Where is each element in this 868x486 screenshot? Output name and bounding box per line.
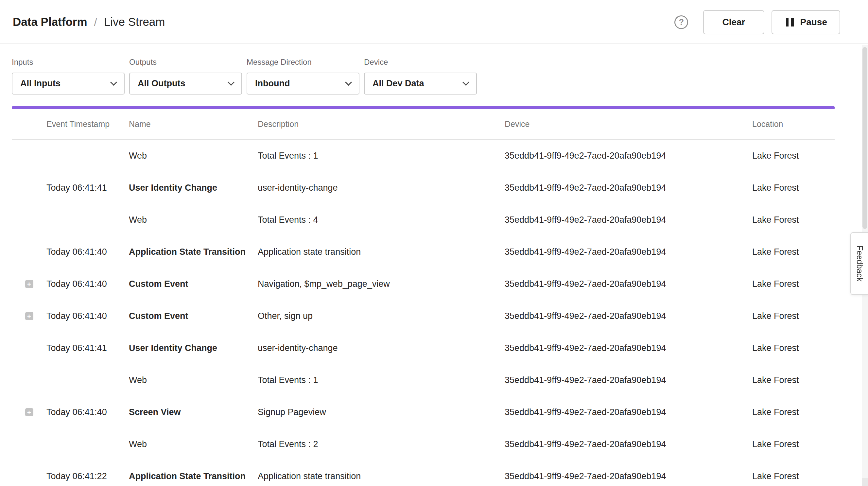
cell-name: Application State Transition bbox=[129, 247, 258, 257]
expand-cell: + bbox=[12, 376, 46, 384]
message-direction-dropdown[interactable]: Inbound bbox=[247, 72, 360, 94]
cell-description: user-identity-change bbox=[258, 183, 505, 193]
cell-device: 35eddb41-9ff9-49e2-7aed-20afa90eb194 bbox=[505, 407, 752, 417]
cell-name: Application State Transition bbox=[129, 471, 258, 481]
inputs-dropdown[interactable]: All Inputs bbox=[12, 72, 125, 94]
cell-location: Lake Forest bbox=[752, 407, 835, 417]
cell-location: Lake Forest bbox=[752, 279, 835, 289]
expand-cell: + bbox=[12, 184, 46, 192]
table-row: + Web Total Events : 1 35eddb41-9ff9-49e… bbox=[12, 364, 835, 396]
table-row: + Web Total Events : 1 35eddb41-9ff9-49e… bbox=[12, 140, 835, 172]
table-row: + Today 06:41:40 Custom Event Other, sig… bbox=[12, 300, 835, 332]
table-row: + Today 06:41:41 User Identity Change us… bbox=[12, 172, 835, 204]
cell-location: Lake Forest bbox=[752, 375, 835, 385]
filter-message-direction: Message Direction Inbound bbox=[247, 57, 360, 94]
pause-button-label: Pause bbox=[800, 17, 828, 28]
column-header-timestamp: Event Timestamp bbox=[46, 119, 129, 129]
cell-location: Lake Forest bbox=[752, 439, 835, 449]
column-header-name: Name bbox=[129, 119, 258, 129]
cell-timestamp: Today 06:41:41 bbox=[46, 183, 129, 193]
cell-description: Application state transition bbox=[258, 247, 505, 257]
topbar-actions: ? Clear Pause bbox=[674, 0, 840, 44]
cell-timestamp: Today 06:41:40 bbox=[46, 279, 129, 289]
cell-location: Lake Forest bbox=[752, 183, 835, 193]
cell-device: 35eddb41-9ff9-49e2-7aed-20afa90eb194 bbox=[505, 151, 752, 161]
cell-name: Web bbox=[129, 375, 258, 385]
table-row: + Today 06:41:41 User Identity Change us… bbox=[12, 332, 835, 364]
cell-name: Web bbox=[129, 215, 258, 225]
cell-name: User Identity Change bbox=[129, 183, 258, 193]
table-row: + Web Total Events : 4 35eddb41-9ff9-49e… bbox=[12, 204, 835, 236]
expand-cell: + bbox=[12, 248, 46, 256]
column-header-description: Description bbox=[258, 119, 505, 129]
clear-button[interactable]: Clear bbox=[703, 10, 764, 34]
table-body: + Web Total Events : 1 35eddb41-9ff9-49e… bbox=[12, 140, 835, 486]
pause-button[interactable]: Pause bbox=[772, 10, 840, 34]
cell-timestamp: Today 06:41:40 bbox=[46, 311, 129, 321]
cell-timestamp: Today 06:41:41 bbox=[46, 343, 129, 353]
cell-location: Lake Forest bbox=[752, 151, 835, 161]
cell-location: Lake Forest bbox=[752, 343, 835, 353]
help-icon[interactable]: ? bbox=[674, 16, 688, 29]
cell-name: Custom Event bbox=[129, 311, 258, 321]
cell-description: Total Events : 4 bbox=[258, 215, 505, 225]
table-row: + Today 06:41:40 Application State Trans… bbox=[12, 236, 835, 268]
message-direction-dropdown-value: Inbound bbox=[255, 79, 290, 89]
expand-cell: + bbox=[12, 280, 46, 288]
chevron-down-icon bbox=[228, 79, 235, 86]
cell-description: Total Events : 1 bbox=[258, 375, 505, 385]
feedback-tab[interactable]: Feedback bbox=[850, 232, 868, 295]
cell-timestamp: Today 06:41:40 bbox=[46, 407, 129, 417]
cell-timestamp: Today 06:41:40 bbox=[46, 247, 129, 257]
expand-button[interactable]: + bbox=[25, 312, 33, 320]
filter-inputs-label: Inputs bbox=[12, 57, 125, 67]
scrollbar-thumb[interactable] bbox=[862, 47, 867, 229]
cell-name: Screen View bbox=[129, 407, 258, 417]
cell-location: Lake Forest bbox=[752, 215, 835, 225]
expand-cell: + bbox=[12, 408, 46, 416]
cell-device: 35eddb41-9ff9-49e2-7aed-20afa90eb194 bbox=[505, 343, 752, 353]
expand-cell: + bbox=[12, 472, 46, 481]
cell-name: User Identity Change bbox=[129, 343, 258, 353]
cell-description: user-identity-change bbox=[258, 343, 505, 353]
expand-cell: + bbox=[12, 216, 46, 224]
device-dropdown[interactable]: All Dev Data bbox=[364, 72, 477, 94]
chevron-down-icon bbox=[345, 79, 352, 86]
filter-message-direction-label: Message Direction bbox=[247, 57, 360, 67]
cell-name: Web bbox=[129, 151, 258, 161]
filter-inputs: Inputs All Inputs bbox=[12, 57, 125, 94]
column-header-location: Location bbox=[752, 119, 835, 129]
cell-description: Navigation, $mp_web_page_view bbox=[258, 279, 505, 289]
expand-cell: + bbox=[12, 440, 46, 448]
cell-name: Web bbox=[129, 439, 258, 449]
filter-device: Device All Dev Data bbox=[364, 57, 477, 94]
cell-timestamp: Today 06:41:22 bbox=[46, 471, 129, 481]
table-row: + Today 06:41:22 Application State Trans… bbox=[12, 460, 835, 486]
cell-device: 35eddb41-9ff9-49e2-7aed-20afa90eb194 bbox=[505, 215, 752, 225]
cell-device: 35eddb41-9ff9-49e2-7aed-20afa90eb194 bbox=[505, 439, 752, 449]
feedback-tab-label: Feedback bbox=[855, 246, 864, 282]
pause-icon bbox=[784, 18, 795, 27]
cell-name: Custom Event bbox=[129, 279, 258, 289]
inputs-dropdown-value: All Inputs bbox=[20, 79, 61, 89]
table-header-row: Event Timestamp Name Description Device … bbox=[12, 109, 835, 140]
cell-device: 35eddb41-9ff9-49e2-7aed-20afa90eb194 bbox=[505, 247, 752, 257]
breadcrumb-current: Live Stream bbox=[104, 16, 165, 28]
chevron-down-icon bbox=[462, 79, 469, 86]
breadcrumb-root[interactable]: Data Platform bbox=[13, 16, 87, 28]
breadcrumb-separator: / bbox=[94, 16, 97, 28]
live-stream-table: Event Timestamp Name Description Device … bbox=[12, 109, 835, 486]
filters-bar: Inputs All Inputs Outputs All Outputs Me… bbox=[0, 44, 868, 94]
outputs-dropdown[interactable]: All Outputs bbox=[129, 72, 242, 94]
expand-button[interactable]: + bbox=[25, 408, 33, 416]
cell-location: Lake Forest bbox=[752, 311, 835, 321]
cell-location: Lake Forest bbox=[752, 247, 835, 257]
column-header-device: Device bbox=[505, 119, 752, 129]
table-row: + Today 06:41:40 Screen View Signup Page… bbox=[12, 396, 835, 428]
filter-outputs: Outputs All Outputs bbox=[129, 57, 242, 94]
cell-description: Total Events : 1 bbox=[258, 151, 505, 161]
cell-description: Total Events : 2 bbox=[258, 439, 505, 449]
outputs-dropdown-value: All Outputs bbox=[138, 79, 185, 89]
cell-description: Application state transition bbox=[258, 471, 505, 481]
expand-button[interactable]: + bbox=[25, 280, 33, 288]
